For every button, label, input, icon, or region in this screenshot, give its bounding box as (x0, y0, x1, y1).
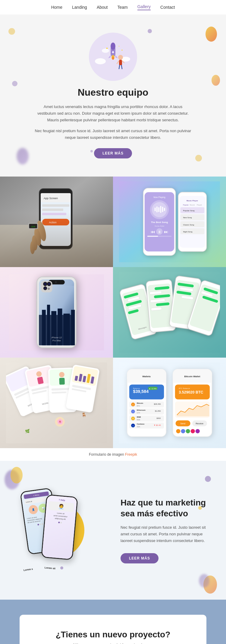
svg-rect-48 (162, 207, 163, 212)
gallery-cell-2: Now Playing The Best Song Some Artist (113, 177, 226, 267)
svg-point-206 (181, 429, 185, 433)
marketing-title: Haz que tu marketing sea más efectivo (121, 497, 211, 519)
svg-text:Send: Send (180, 423, 185, 425)
nav-landing[interactable]: Landing (72, 5, 87, 10)
svg-text:BNB: BNB (137, 416, 141, 418)
gallery-caption-link[interactable]: Freepik (125, 452, 137, 457)
gallery-section: App Screen Action 12:34 (0, 177, 226, 461)
svg-point-207 (186, 429, 190, 433)
svg-text:⏭: ⏭ (164, 229, 168, 234)
svg-text:BTC: BTC (137, 405, 140, 407)
rocket-illustration (92, 36, 134, 78)
svg-text:Recent: Recent (190, 204, 195, 206)
marketing-phones-area: ≡ Menu Lorem sit 👤 📊 Lorem sit ametconse… (18, 482, 108, 579)
svg-point-11 (106, 48, 108, 49)
nav-home[interactable]: Home (51, 5, 62, 10)
svg-text:$302: $302 (157, 417, 161, 419)
svg-text:Receive: Receive (196, 423, 203, 425)
svg-text:Night Song: Night Song (183, 231, 193, 233)
nav-gallery[interactable]: Gallery (137, 4, 151, 10)
nav-team[interactable]: Team (117, 5, 127, 10)
svg-point-1 (95, 58, 106, 64)
svg-text:iPhone 12: iPhone 12 (52, 336, 62, 339)
svg-text:▲ +2.4%: ▲ +2.4% (149, 388, 157, 390)
navigation: Home Landing About Team Gallery Contact (0, 0, 226, 14)
svg-text:Cardano: Cardano (137, 423, 145, 425)
svg-text:₿: ₿ (133, 404, 133, 406)
gallery-cell-4: Messages (113, 267, 226, 358)
nav-contact[interactable]: Contact (160, 5, 175, 10)
gallery-cell-3: iPhone 12 Pro Max (0, 267, 113, 358)
svg-text:B: B (133, 418, 134, 420)
gallery-grid: App Screen Action 12:34 (0, 177, 226, 448)
gallery-cell-1: App Screen Action 12:34 (0, 177, 113, 267)
svg-text:ETH: ETH (137, 412, 140, 414)
svg-point-98 (48, 288, 50, 290)
svg-text:ADA: ADA (137, 426, 140, 428)
svg-text:A: A (133, 425, 134, 427)
hero-title: Nuestro equipo (24, 87, 202, 98)
cta-title: ¿Tienes un nuevo proyecto? (32, 630, 194, 639)
svg-rect-143 (59, 378, 65, 385)
svg-rect-27 (42, 209, 63, 211)
svg-rect-195 (173, 378, 212, 383)
hero-para1: Amet luctus venenatis lectus magna fring… (35, 104, 191, 123)
svg-point-208 (191, 429, 195, 433)
cta-card: ¿Tienes un nuevo proyecto? Llámenos para… (20, 615, 206, 644)
svg-rect-15 (119, 60, 122, 65)
svg-text:Some Artist: Some Artist (155, 225, 164, 227)
svg-point-97 (44, 287, 46, 289)
svg-text:Bitcoin: Bitcoin (137, 402, 143, 404)
svg-text:🌸: 🌸 (57, 418, 64, 425)
svg-point-95 (48, 283, 50, 285)
svg-point-205 (176, 429, 180, 433)
svg-rect-76 (36, 311, 37, 320)
marketing-content: Haz que tu marketing sea más efectivo Ne… (121, 497, 211, 563)
svg-rect-83 (42, 310, 46, 346)
svg-point-6 (111, 51, 115, 54)
svg-rect-47 (160, 206, 162, 213)
svg-text:$39,584: $39,584 (133, 389, 149, 394)
svg-rect-84 (47, 305, 50, 345)
svg-text:Played: Played (197, 204, 202, 206)
svg-text:Bitcoin Wallet: Bitcoin Wallet (184, 375, 200, 378)
svg-text:Wallets: Wallets (142, 375, 151, 378)
svg-text:▼ $0.48: ▼ $0.48 (154, 424, 161, 426)
svg-rect-75 (36, 301, 37, 310)
svg-text:Popular: Popular (183, 204, 189, 206)
cta-subtitle: Llámenos para soporte rápido a este núme… (32, 642, 194, 644)
svg-text:BNB: BNB (137, 419, 140, 421)
gallery-caption: Formulario de imagen Freepik (0, 448, 226, 461)
marketing-section: ≡ Menu Lorem sit 👤 📊 Lorem sit ametconse… (0, 461, 226, 600)
svg-rect-162 (127, 378, 166, 383)
svg-rect-57 (147, 236, 158, 237)
svg-rect-46 (158, 207, 159, 212)
svg-point-14 (118, 55, 123, 60)
svg-text:$1,850: $1,850 (155, 410, 161, 412)
svg-rect-74 (36, 295, 37, 300)
hero-section: Nuestro equipo Amet luctus venenatis lec… (0, 14, 226, 177)
svg-text:Pro Max: Pro Max (52, 339, 61, 342)
hero-illustration-circle (89, 33, 137, 81)
svg-text:Music Player: Music Player (187, 200, 198, 202)
svg-text:$28,450: $28,450 (154, 403, 161, 405)
svg-point-3 (102, 49, 109, 53)
svg-point-93 (44, 283, 46, 285)
hero-para2: Nec feugiat nisl pretium fusce id. Justo… (35, 128, 191, 141)
svg-rect-88 (71, 310, 75, 346)
hero-cta-button[interactable]: LEER MÁS (94, 148, 132, 158)
svg-rect-49 (164, 208, 165, 211)
svg-point-10 (112, 57, 114, 60)
svg-text:App Screen: App Screen (44, 197, 58, 200)
svg-point-209 (196, 429, 200, 433)
svg-text:Ethereum: Ethereum (137, 409, 146, 411)
svg-text:Classic Song: Classic Song (183, 224, 194, 226)
svg-text:⏮: ⏮ (151, 229, 155, 234)
svg-text:BTC Balance: BTC Balance (179, 387, 190, 389)
svg-text:🌿: 🌿 (25, 429, 30, 434)
svg-text:Ξ: Ξ (133, 411, 134, 413)
gallery-cell-6: Wallets Balance $39,584 ▲ +2.4% ₿ Bitcoi… (113, 358, 226, 448)
nav-about[interactable]: About (97, 5, 108, 10)
marketing-cta-button[interactable]: LEER MÁS (121, 553, 159, 563)
cta-section: ¿Tienes un nuevo proyecto? Llámenos para… (0, 600, 226, 644)
